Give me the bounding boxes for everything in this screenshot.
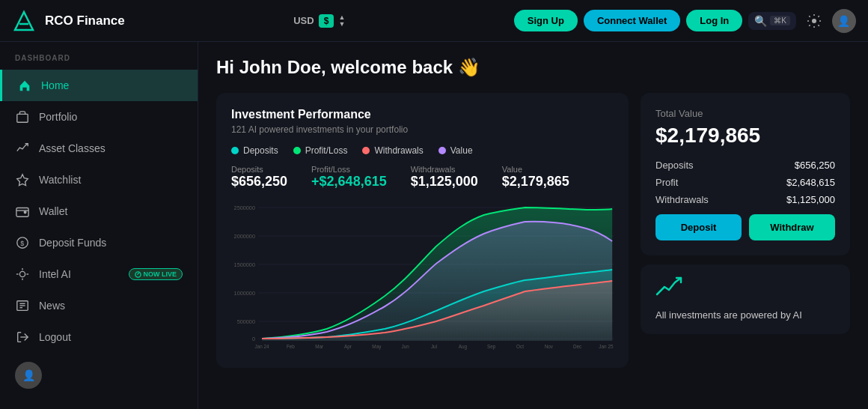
brand-name: RCO Finance: [45, 13, 125, 28]
currency-selector[interactable]: USD $ ▲▼: [293, 14, 345, 28]
currency-label: USD: [293, 15, 314, 26]
wallet-icon: [15, 204, 30, 219]
svg-text:Oct: Oct: [516, 344, 524, 349]
svg-text:Jul: Jul: [431, 344, 438, 349]
portfolio-icon: [15, 109, 30, 124]
total-value-amount: $2,179,865: [655, 124, 835, 148]
chart-subtitle: 121 AI powered investments in your portf…: [231, 124, 614, 135]
now-live-badge: NOW LIVE: [129, 268, 183, 280]
svg-point-9: [19, 271, 25, 276]
legend-dot-profit: [293, 147, 301, 154]
chart-values-row: Deposits $656,250 Profit/Loss +$2,648,61…: [231, 165, 614, 190]
home-icon: [17, 78, 32, 93]
tv-withdrawals-value: $1,125,000: [786, 194, 835, 205]
ai-powered-card: All investments are powered by AI: [641, 264, 850, 334]
svg-text:Jan 24: Jan 24: [254, 344, 269, 349]
sidebar-item-deposit-funds[interactable]: $ Deposit Funds: [0, 227, 198, 258]
svg-text:2000000: 2000000: [234, 233, 255, 240]
header: RCO Finance USD $ ▲▼ Sign Up Connect Wal…: [0, 0, 868, 42]
main-grid: Investment Performance 121 AI powered in…: [216, 93, 850, 368]
total-value-label: Total Value: [655, 108, 835, 119]
sidebar-user-section: 👤: [0, 353, 198, 398]
svg-marker-4: [17, 175, 28, 186]
brand-logo-icon: [12, 9, 36, 33]
sidebar-label-intel-ai: Intel AI: [39, 268, 71, 280]
tv-row-withdrawals: Withdrawals $1,125,000: [655, 194, 835, 205]
withdraw-button[interactable]: Withdraw: [749, 214, 835, 240]
sidebar-label-home: Home: [41, 79, 69, 91]
svg-text:Dec: Dec: [573, 344, 582, 349]
svg-point-6: [24, 211, 26, 213]
sidebar-label-watchlist: Watchlist: [39, 174, 81, 186]
sidebar-item-portfolio[interactable]: Portfolio: [0, 101, 198, 133]
login-button[interactable]: Log In: [686, 10, 742, 31]
sidebar-label-asset-classes: Asset Classes: [39, 142, 106, 154]
svg-text:Jun: Jun: [402, 344, 410, 349]
legend-item-withdrawals: Withdrawals: [362, 145, 423, 156]
body: DASHBOARD Home Portfolio Asset Classes W…: [0, 42, 868, 409]
svg-rect-5: [16, 208, 28, 217]
watchlist-icon: [15, 172, 30, 187]
currency-arrows-icon: ▲▼: [338, 14, 345, 28]
tv-deposits-label: Deposits: [655, 160, 694, 171]
deposit-button[interactable]: Deposit: [655, 214, 742, 240]
sidebar-item-asset-classes[interactable]: Asset Classes: [0, 133, 198, 164]
investment-chart: 2500000 2000000 1500000 1000000 500000 0: [231, 200, 614, 350]
user-avatar[interactable]: 👤: [832, 9, 856, 33]
chart-title: Investment Performance: [231, 108, 614, 121]
signup-button[interactable]: Sign Up: [514, 10, 578, 31]
svg-point-2: [812, 19, 816, 23]
legend-item-deposits: Deposits: [231, 145, 278, 156]
svg-text:1500000: 1500000: [234, 261, 255, 268]
legend-dot-deposits: [231, 147, 239, 154]
search-box[interactable]: 🔍 ⌘K: [748, 12, 796, 30]
sidebar-item-logout[interactable]: Logout: [0, 321, 198, 353]
svg-text:Nov: Nov: [545, 344, 554, 349]
svg-text:Aug: Aug: [459, 344, 468, 350]
svg-text:1000000: 1000000: [234, 290, 255, 297]
svg-text:Apr: Apr: [344, 344, 352, 350]
svg-text:Jan 25: Jan 25: [599, 344, 613, 349]
chart-legend: Deposits Profit/Loss Withdrawals Value: [231, 145, 614, 156]
trending-up-icon: [655, 276, 682, 303]
tv-deposits-value: $656,250: [795, 160, 835, 171]
sidebar-item-wallet[interactable]: Wallet: [0, 196, 198, 227]
tv-row-deposits: Deposits $656,250: [655, 160, 835, 171]
connect-wallet-button[interactable]: Connect Wallet: [584, 10, 680, 31]
header-left: RCO Finance: [12, 9, 125, 33]
sidebar-item-intel-ai[interactable]: Intel AI NOW LIVE: [0, 258, 198, 290]
intel-ai-icon: [15, 267, 30, 282]
tv-profit-value: $2,648,615: [786, 177, 835, 188]
svg-text:Mar: Mar: [315, 344, 324, 349]
sidebar-section-label: DASHBOARD: [0, 54, 198, 70]
chart-value-withdrawals: Withdrawals $1,125,000: [411, 165, 478, 190]
sidebar-label-logout: Logout: [39, 331, 71, 343]
svg-text:Feb: Feb: [287, 344, 295, 349]
svg-text:May: May: [372, 344, 382, 350]
total-value-card: Total Value $2,179,865 Deposits $656,250…: [641, 93, 850, 255]
svg-text:$: $: [20, 240, 24, 247]
sidebar-item-news[interactable]: News: [0, 290, 198, 321]
logout-icon: [15, 330, 30, 345]
svg-text:2500000: 2500000: [234, 204, 255, 211]
sidebar: DASHBOARD Home Portfolio Asset Classes W…: [0, 42, 198, 409]
chart-value-deposits: Deposits $656,250: [231, 165, 287, 190]
sidebar-item-home[interactable]: Home: [0, 70, 198, 101]
sidebar-item-watchlist[interactable]: Watchlist: [0, 164, 198, 196]
tv-action-buttons: Deposit Withdraw: [655, 214, 835, 240]
investment-performance-card: Investment Performance 121 AI powered in…: [216, 93, 629, 368]
sidebar-label-news: News: [39, 300, 65, 312]
right-panel: Total Value $2,179,865 Deposits $656,250…: [641, 93, 850, 368]
svg-marker-0: [15, 12, 33, 30]
chart-value-value: Value $2,179,865: [502, 165, 569, 190]
svg-text:Sep: Sep: [487, 344, 496, 350]
chart-value-profit: Profit/Loss +$2,648,615: [311, 165, 387, 190]
search-icon: 🔍: [754, 15, 767, 27]
legend-item-value: Value: [438, 145, 473, 156]
ai-text: All investments are powered by AI: [655, 309, 802, 322]
currency-badge: $: [319, 14, 334, 28]
svg-text:0: 0: [252, 336, 255, 342]
sidebar-label-portfolio: Portfolio: [39, 111, 77, 123]
svg-point-14: [135, 271, 140, 276]
settings-icon[interactable]: [802, 9, 826, 33]
